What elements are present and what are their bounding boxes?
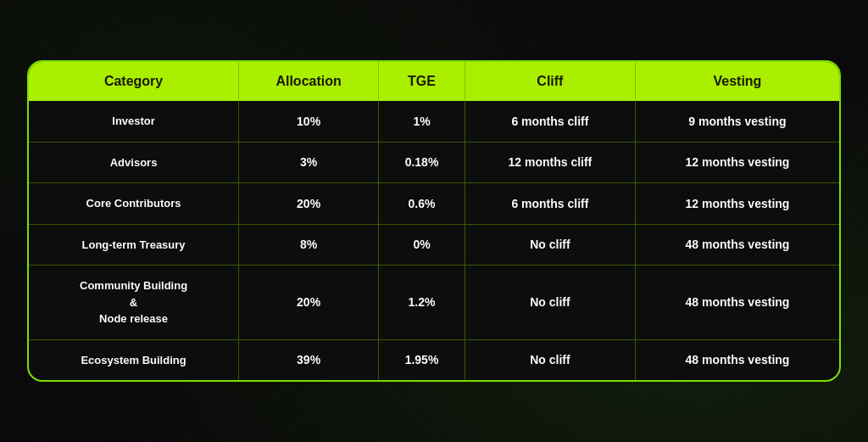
table-body: Investor10%1%6 months cliff9 months vest… bbox=[29, 101, 839, 380]
cell-tge-5: 1.95% bbox=[379, 339, 465, 380]
table-row: Investor10%1%6 months cliff9 months vest… bbox=[29, 101, 839, 142]
header-vesting: Vesting bbox=[635, 62, 839, 101]
cell-tge-1: 0.18% bbox=[379, 142, 465, 183]
cell-category-1: Advisors bbox=[29, 142, 239, 183]
cell-vesting-2: 12 months vesting bbox=[635, 183, 839, 225]
cell-vesting-0: 9 months vesting bbox=[635, 101, 839, 142]
vesting-table-wrapper: CategoryAllocationTGECliffVesting Invest… bbox=[27, 60, 841, 382]
cell-vesting-1: 12 months vesting bbox=[635, 142, 839, 183]
cell-allocation-3: 8% bbox=[239, 224, 379, 266]
cell-tge-0: 1% bbox=[379, 101, 465, 142]
cell-tge-2: 0.6% bbox=[379, 183, 465, 225]
cell-tge-4: 1.2% bbox=[379, 266, 465, 340]
table-row: Community Building&Node release20%1.2%No… bbox=[29, 266, 839, 340]
header-tge: TGE bbox=[379, 62, 465, 101]
cell-vesting-5: 48 months vesting bbox=[635, 339, 839, 380]
cell-tge-3: 0% bbox=[379, 224, 465, 266]
header-allocation: Allocation bbox=[239, 62, 379, 101]
header-category: Category bbox=[29, 62, 239, 101]
cell-vesting-3: 48 months vesting bbox=[635, 224, 839, 266]
cell-category-2: Core Contributors bbox=[29, 183, 239, 225]
table-row: Ecosystem Building39%1.95%No cliff48 mon… bbox=[29, 339, 839, 380]
cell-category-5: Ecosystem Building bbox=[29, 339, 239, 380]
vesting-table: CategoryAllocationTGECliffVesting Invest… bbox=[29, 62, 839, 380]
cell-cliff-3: No cliff bbox=[465, 224, 635, 266]
header-row: CategoryAllocationTGECliffVesting bbox=[29, 62, 839, 101]
header-cliff: Cliff bbox=[465, 62, 635, 101]
table-row: Core Contributors20%0.6%6 months cliff12… bbox=[29, 183, 839, 225]
cell-allocation-0: 10% bbox=[239, 101, 379, 142]
cell-allocation-2: 20% bbox=[239, 183, 379, 225]
cell-category-3: Long-term Treasury bbox=[29, 224, 239, 266]
cell-cliff-2: 6 months cliff bbox=[465, 183, 635, 225]
cell-category-4: Community Building&Node release bbox=[29, 266, 239, 340]
table-row: Long-term Treasury8%0%No cliff48 months … bbox=[29, 224, 839, 266]
table-row: Advisors3%0.18%12 months cliff12 months … bbox=[29, 142, 839, 183]
cell-cliff-4: No cliff bbox=[465, 266, 635, 340]
table-header: CategoryAllocationTGECliffVesting bbox=[29, 62, 839, 101]
cell-cliff-5: No cliff bbox=[465, 339, 635, 380]
cell-category-0: Investor bbox=[29, 101, 239, 142]
cell-cliff-1: 12 months cliff bbox=[465, 142, 635, 183]
cell-allocation-5: 39% bbox=[239, 339, 379, 380]
cell-vesting-4: 48 months vesting bbox=[635, 266, 839, 340]
cell-allocation-1: 3% bbox=[239, 142, 379, 183]
cell-cliff-0: 6 months cliff bbox=[465, 101, 635, 142]
cell-allocation-4: 20% bbox=[239, 266, 379, 340]
